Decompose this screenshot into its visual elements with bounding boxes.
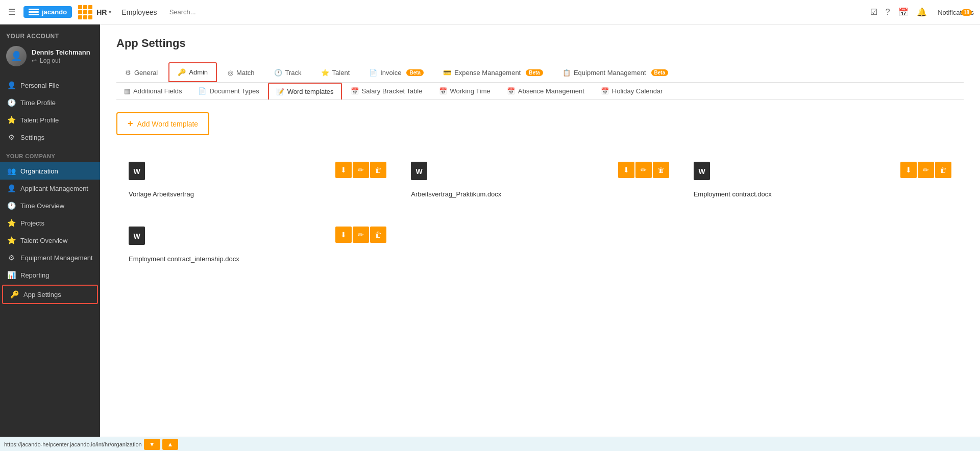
svg-text:W: W: [133, 167, 140, 176]
hr-dropdown-arrow[interactable]: ▾: [109, 9, 111, 15]
sub-tab-absence-management[interactable]: 📅 Absence Management: [499, 83, 592, 99]
talent-overview-icon: ⭐: [7, 236, 15, 244]
word-templates-label: Word templates: [287, 88, 334, 95]
tab-general[interactable]: ⚙ General: [116, 63, 166, 82]
calendar-icon[interactable]: 📅: [898, 7, 909, 17]
logo-icon: [29, 9, 39, 16]
sub-tabs: ▦ Additional Fields 📄 Document Types 📝 W…: [116, 83, 964, 100]
personal-file-label: Personal File: [20, 82, 59, 89]
hr-label[interactable]: HR: [96, 8, 107, 16]
template-name-3: Employment contract_internship.docx: [129, 255, 386, 263]
sidebar-item-settings[interactable]: ⚙ Settings: [0, 129, 100, 146]
template-actions-3: ⬇ ✏ 🗑: [335, 227, 386, 243]
tab-admin[interactable]: 🔑 Admin: [168, 62, 217, 82]
template-name-1: Arbeitsvertrag_Praktikum.docx: [411, 190, 669, 198]
template-card-1: W ⬇ ✏ 🗑 Arbeitsvertrag_Praktikum.docx: [399, 149, 681, 214]
sub-tab-additional-fields[interactable]: ▦ Additional Fields: [116, 83, 189, 99]
template-download-btn-2[interactable]: ⬇: [900, 162, 917, 178]
projects-label: Projects: [20, 219, 44, 227]
template-edit-btn-0[interactable]: ✏: [353, 162, 369, 178]
app-name: HR ▾: [78, 5, 111, 19]
sidebar-item-reporting[interactable]: 📊 Reporting: [0, 266, 100, 284]
talent-profile-icon: ⭐: [7, 116, 15, 124]
layout: Your Account 👤 Dennis Teichmann ↩ Log ou…: [0, 24, 980, 437]
applicant-management-icon: 👤: [7, 184, 15, 192]
sidebar-item-personal-file[interactable]: 👤 Personal File: [0, 77, 100, 94]
template-edit-btn-1[interactable]: ✏: [635, 162, 652, 178]
template-icon-row-3: W ⬇ ✏ 🗑: [129, 227, 386, 249]
notification-badge: 18: [961, 9, 972, 16]
template-file-icon-0: W: [129, 162, 145, 184]
sidebar-item-projects[interactable]: ⭐ Projects: [0, 214, 100, 232]
template-edit-btn-2[interactable]: ✏: [918, 162, 934, 178]
primary-tabs: ⚙ General 🔑 Admin ◎ Match 🕐 Track ⭐: [116, 62, 964, 83]
track-tab-label: Track: [285, 69, 302, 77]
equipment-management-icon: ⚙: [7, 254, 15, 262]
tab-equipment-management[interactable]: 📋 Equipment Management Beta: [554, 63, 677, 82]
bottom-action-btn-1[interactable]: ▼: [144, 439, 160, 450]
admin-tab-label: Admin: [189, 68, 208, 76]
help-icon[interactable]: ?: [886, 8, 890, 17]
tab-talent[interactable]: ⭐ Talent: [312, 63, 359, 82]
template-download-btn-0[interactable]: ⬇: [335, 162, 352, 178]
app-settings-label: App Settings: [23, 291, 61, 298]
template-edit-btn-3[interactable]: ✏: [353, 227, 369, 243]
sidebar-item-equipment-management[interactable]: ⚙ Equipment Management: [0, 249, 100, 266]
talent-profile-label: Talent Profile: [20, 116, 59, 124]
add-word-template-button[interactable]: + Add Word template: [116, 112, 209, 135]
working-time-label: Working Time: [450, 87, 491, 95]
logout-button[interactable]: ↩ Log out: [32, 57, 90, 64]
template-delete-btn-2[interactable]: 🗑: [935, 162, 951, 178]
sub-tab-word-templates[interactable]: 📝 Word templates: [268, 83, 342, 99]
template-delete-btn-1[interactable]: 🗑: [653, 162, 669, 178]
sidebar-item-time-profile[interactable]: 🕐 Time Profile: [0, 94, 100, 111]
equipment-tab-icon: 📋: [562, 69, 571, 77]
reporting-label: Reporting: [20, 271, 49, 279]
additional-fields-icon: ▦: [124, 87, 130, 95]
talent-overview-label: Talent Overview: [20, 237, 67, 244]
sidebar-item-app-settings[interactable]: 🔑 App Settings: [2, 285, 98, 304]
time-profile-icon: 🕐: [7, 98, 15, 107]
sub-tab-working-time[interactable]: 📅 Working Time: [431, 83, 498, 99]
personal-file-icon: 👤: [7, 81, 15, 89]
template-delete-btn-0[interactable]: 🗑: [370, 162, 386, 178]
main-inner: App Settings ⚙ General 🔑 Admin ◎ Match 🕐: [100, 24, 980, 291]
sub-tab-salary-bracket[interactable]: 📅 Salary Bracket Table: [343, 83, 430, 99]
organization-label: Organization: [20, 167, 58, 175]
template-download-btn-1[interactable]: ⬇: [618, 162, 634, 178]
template-file-icon-1: W: [411, 162, 427, 184]
applicant-management-label: Applicant Management: [20, 185, 88, 192]
template-card-2: W ⬇ ✏ 🗑 Employment contract.docx: [681, 149, 964, 214]
talent-tab-label: Talent: [332, 69, 350, 77]
search-bar[interactable]: [169, 8, 425, 16]
tab-expense-management[interactable]: 💳 Expense Management Beta: [434, 63, 552, 82]
app-settings-icon: 🔑: [10, 290, 18, 298]
sub-tab-document-types[interactable]: 📄 Document Types: [190, 83, 266, 99]
company-section-title: Your Company: [0, 146, 100, 162]
tab-match[interactable]: ◎ Match: [219, 63, 263, 82]
template-icon-row-0: W ⬇ ✏ 🗑: [129, 162, 386, 184]
template-actions-2: ⬇ ✏ 🗑: [900, 162, 951, 178]
search-input[interactable]: [169, 8, 425, 16]
sidebar-item-talent-overview[interactable]: ⭐ Talent Overview: [0, 232, 100, 249]
notifications-wrapper[interactable]: 🔔 18 Notifications: [917, 7, 974, 17]
template-download-btn-3[interactable]: ⬇: [335, 227, 352, 243]
template-delete-btn-3[interactable]: 🗑: [370, 227, 386, 243]
sidebar-item-talent-profile[interactable]: ⭐ Talent Profile: [0, 111, 100, 129]
holiday-calendar-label: Holiday Calendar: [612, 87, 663, 95]
projects-icon: ⭐: [7, 219, 15, 227]
menu-icon[interactable]: ☰: [6, 5, 17, 19]
tab-invoice[interactable]: 📄 Invoice Beta: [360, 63, 432, 82]
logo[interactable]: jacando: [23, 6, 72, 18]
sidebar-item-applicant-management[interactable]: 👤 Applicant Management: [0, 180, 100, 197]
invoice-tab-badge: Beta: [406, 69, 424, 76]
check-icon[interactable]: ☑: [870, 7, 877, 17]
bottom-url: https://jacando-helpcenter.jacando.io/in…: [4, 441, 142, 447]
match-tab-label: Match: [236, 69, 254, 77]
bottom-action-btn-2[interactable]: ▲: [162, 439, 179, 450]
sidebar-item-organization[interactable]: 👥 Organization: [0, 162, 100, 180]
sub-tab-holiday-calendar[interactable]: 📅 Holiday Calendar: [593, 83, 671, 99]
sidebar-item-time-overview[interactable]: 🕐 Time Overview: [0, 197, 100, 214]
tab-track[interactable]: 🕐 Track: [265, 63, 310, 82]
general-tab-label: General: [134, 69, 158, 77]
